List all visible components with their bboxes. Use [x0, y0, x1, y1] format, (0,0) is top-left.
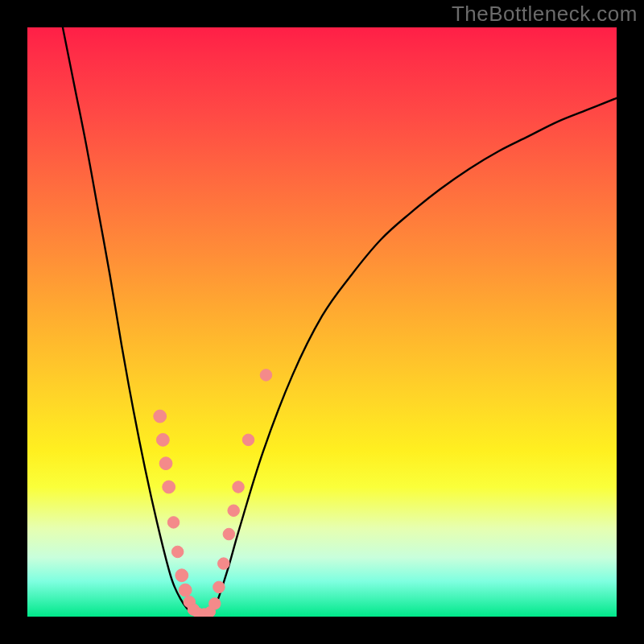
marker-point: [171, 546, 184, 558]
marker-point: [175, 569, 188, 582]
chart-frame: TheBottleneck.com: [0, 0, 644, 644]
chart-plot-area: [27, 27, 617, 617]
marker-point: [223, 528, 235, 540]
marker-point: [242, 434, 254, 446]
marker-point: [179, 584, 192, 597]
chart-series: [63, 27, 617, 615]
marker-point: [209, 598, 221, 610]
marker-point: [154, 410, 167, 423]
marker-point: [213, 581, 225, 593]
marker-point: [156, 433, 169, 446]
chart-svg: [27, 27, 617, 617]
marker-point: [159, 457, 172, 470]
marker-point: [218, 558, 230, 570]
marker-point: [260, 369, 272, 382]
series-right-branch: [210, 98, 617, 614]
marker-point: [167, 517, 180, 529]
watermark-text: TheBottleneck.com: [452, 2, 638, 27]
marker-point: [233, 481, 245, 493]
marker-point: [163, 481, 175, 493]
marker-point: [228, 505, 240, 517]
